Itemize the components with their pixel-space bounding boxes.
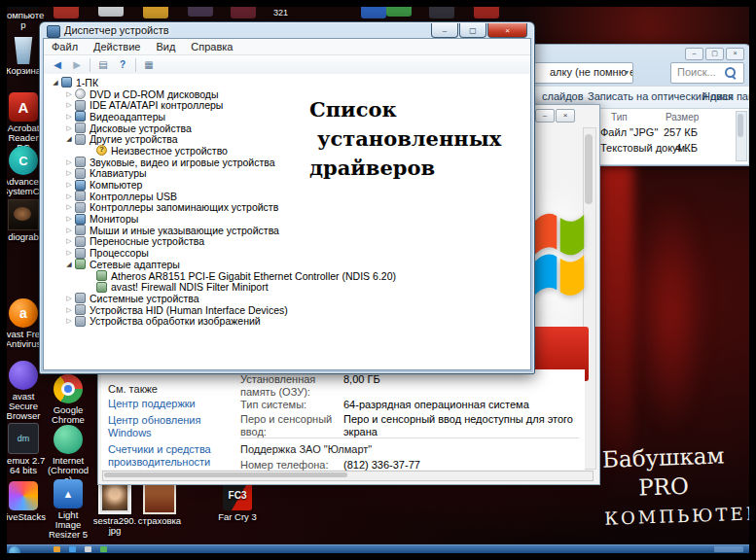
taskbar-folder-icon[interactable] (54, 546, 60, 552)
tree-item[interactable]: avast! Firewall NDIS Filter Miniport (44, 281, 530, 293)
tree-item[interactable]: ▷Переносные устройства (44, 236, 530, 248)
expand-glyph[interactable]: ▷ (63, 295, 75, 302)
expand-glyph[interactable]: ▷ (63, 192, 75, 200)
lightimage-icon (54, 479, 83, 508)
column-header[interactable]: Тип (611, 112, 628, 122)
show-console-tree-icon[interactable]: ▤ (93, 57, 113, 73)
scrollbar-thumb[interactable] (738, 114, 743, 137)
menu-item[interactable]: Справка (183, 41, 240, 52)
expand-glyph[interactable]: ▷ (63, 249, 75, 257)
cut-desktop-icon[interactable] (386, 7, 412, 17)
expand-glyph[interactable]: ▷ (63, 90, 75, 98)
expand-glyph[interactable]: ▷ (63, 169, 75, 177)
back-icon[interactable]: ◀ (48, 57, 67, 73)
desktop-icon[interactable]: FC3Far Cry 3 (215, 481, 260, 522)
close-icon[interactable]: × (487, 23, 527, 38)
desktop-icon[interactable]: demux 2.7 64 bits (7, 423, 46, 475)
taskbar-app-icon[interactable] (100, 546, 107, 552)
cut-desktop-icon[interactable] (188, 7, 213, 17)
taskbar-app-icon[interactable] (85, 546, 91, 552)
tree-item[interactable]: ▷Системные устройства (44, 293, 530, 304)
expand-glyph[interactable]: ◢ (63, 261, 75, 268)
toolbar-button[interactable]: Новая папка (702, 90, 749, 102)
column-header[interactable]: Размер (666, 112, 699, 122)
desktop-icon[interactable]: Light Image Resizer 5 (46, 479, 90, 540)
menu-item[interactable]: Вид (148, 41, 183, 52)
cut-desktop-icon[interactable] (429, 7, 454, 18)
sidebar-link[interactable]: Центр обновления Windows (108, 414, 233, 439)
system-tray[interactable] (714, 546, 743, 552)
minimize-icon[interactable]: – (535, 109, 555, 122)
cut-desktop-icon[interactable] (54, 7, 79, 18)
expand-glyph[interactable]: ▷ (63, 203, 75, 211)
desktop-icon[interactable]: sestra290.jpg (92, 481, 137, 536)
minimize-icon[interactable]: – (685, 48, 703, 60)
toolbar-button[interactable]: слайдов (542, 90, 584, 102)
sidebar-link[interactable]: Центр поддержки (108, 398, 233, 410)
scan-hardware-icon[interactable]: ▦ (139, 57, 159, 73)
info-label: Установленная память (ОЗУ): (240, 373, 343, 399)
expand-glyph[interactable]: ▷ (63, 101, 75, 109)
tree-item[interactable]: ▷Контроллеры запоминающих устройств (44, 202, 530, 214)
cut-desktop-icon[interactable] (231, 7, 256, 18)
cut-desktop-icon[interactable] (143, 7, 168, 18)
maximize-icon[interactable]: ▢ (459, 23, 486, 38)
cut-desktop-icon[interactable] (361, 7, 386, 18)
help-icon[interactable]: ? (113, 57, 132, 73)
expand-glyph[interactable]: ▷ (63, 306, 75, 314)
unknown-icon (96, 145, 107, 156)
taskbar[interactable] (7, 544, 749, 553)
expand-glyph[interactable]: ◢ (50, 79, 61, 87)
desktop-icon[interactable]: Google Chrome (46, 374, 90, 425)
taskbar-browser-icon[interactable] (69, 546, 76, 552)
ide-icon (75, 100, 86, 111)
computer-icon (75, 180, 86, 191)
computer-icon (7, 7, 40, 9)
cut-desktop-icon[interactable] (98, 7, 124, 17)
chevron-down-icon[interactable]: ▾ (625, 68, 629, 77)
sidebar-link[interactable]: Счетчики и средства производительности (108, 443, 233, 469)
livestacks-icon (9, 481, 38, 510)
menu-item[interactable]: Файл (44, 41, 86, 52)
tree-item[interactable]: ▷Устройства HID (Human Interface Devices… (44, 304, 530, 316)
expand-glyph[interactable]: ▷ (63, 113, 75, 121)
expand-glyph[interactable]: ▷ (63, 124, 75, 132)
expand-glyph[interactable]: ▷ (63, 215, 75, 223)
disk-icon (75, 122, 86, 133)
expand-glyph[interactable]: ▷ (63, 227, 75, 234)
menu-item[interactable]: Действие (86, 41, 148, 52)
start-button[interactable] (9, 546, 20, 553)
close-icon[interactable]: × (556, 109, 575, 122)
see-also-links: Центр поддержкиЦентр обновления WindowsС… (108, 398, 233, 472)
tree-item[interactable]: ▷Процессоры (44, 247, 530, 259)
close-icon[interactable]: × (726, 48, 744, 60)
desktop-icon[interactable]: LiveStacks (7, 481, 46, 522)
tree-item-label: Сетевые адаптеры (90, 259, 180, 270)
tree-item[interactable]: ▷Устройства обработки изображений (44, 315, 530, 327)
annotation-channel-note: БабушкамPROКОМПЬЮТЕР (602, 439, 749, 529)
tree-item[interactable]: ◢Сетевые адаптеры (44, 259, 530, 270)
file-type-cell[interactable]: Файл "JPG" (600, 126, 658, 138)
tree-item[interactable]: ▷Мыши и иные указывающие устройства (44, 225, 530, 236)
expand-glyph[interactable]: ◢ (63, 135, 75, 143)
tree-item[interactable]: ▷Контроллеры USB (44, 191, 530, 202)
tree-item[interactable]: ▷Мониторы (44, 213, 530, 225)
expand-glyph[interactable]: ▷ (63, 181, 75, 189)
tree-item[interactable]: Atheros AR8151 PCI-E Gigabit Ethernet Co… (44, 270, 530, 282)
scrollbar-thumb[interactable] (104, 472, 347, 477)
forward-icon[interactable]: ▶ (67, 57, 87, 73)
cut-desktop-icon[interactable] (474, 7, 499, 18)
expand-glyph[interactable]: ▷ (63, 317, 75, 325)
search-input[interactable]: Поиск... (670, 62, 744, 84)
desktop-icon[interactable]: страховка (137, 481, 182, 526)
explorer-vertical-scrollbar[interactable] (736, 111, 747, 161)
maximize-icon[interactable]: ▢ (705, 48, 724, 60)
minimize-icon[interactable]: – (431, 23, 458, 38)
system-horizontal-scrollbar[interactable] (102, 471, 594, 481)
desktop-icon[interactable]: Internet (Chromodo) (46, 425, 90, 485)
expand-glyph[interactable]: ▷ (63, 237, 75, 245)
tree-item-label: Дисковые устройства (90, 122, 192, 134)
tree-item[interactable]: ◢1-ПК (44, 77, 530, 88)
expand-glyph[interactable]: ▷ (63, 158, 75, 166)
annotation-line: драйверов (309, 154, 501, 183)
